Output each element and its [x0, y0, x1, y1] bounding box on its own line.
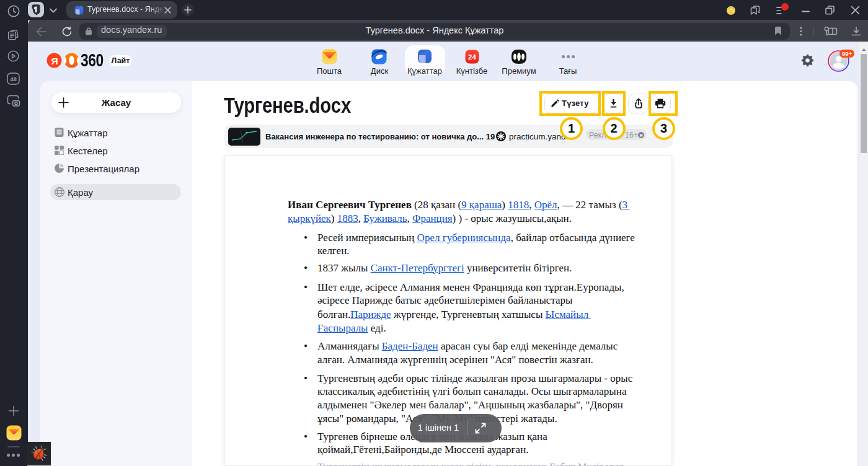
svg-text:Я: Я — [51, 56, 58, 66]
svg-text:48: 48 — [10, 76, 17, 82]
svg-text:24: 24 — [468, 53, 476, 61]
svg-text:Я: Я — [640, 133, 643, 138]
